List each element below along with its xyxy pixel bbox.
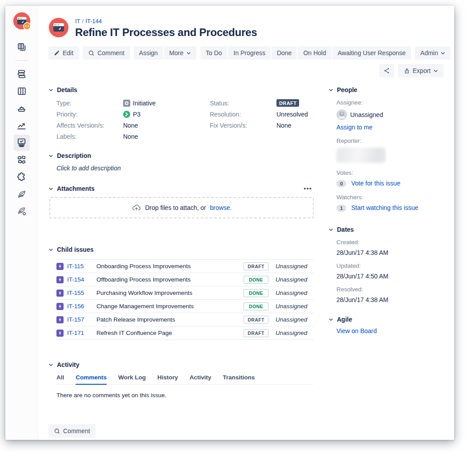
sidebar-item-projects[interactable] — [14, 39, 30, 55]
description-collapse-chevron[interactable] — [48, 153, 53, 158]
status-value: DRAFT — [276, 99, 314, 107]
workflow-todo-button[interactable]: To Do — [200, 46, 228, 60]
priority-value-text: P3 — [133, 111, 140, 118]
child-issue-row[interactable]: IT-171 Refresh IT Confluence Page DRAFT … — [56, 326, 314, 340]
tab-all[interactable]: All — [56, 374, 64, 384]
issue-key-link[interactable]: IT-157 — [67, 316, 90, 323]
issue-summary: Purchasing Workflow Improvements — [96, 290, 244, 296]
issue-key-link[interactable]: IT-156 — [67, 303, 90, 310]
child-issues-heading: Child issues — [57, 246, 93, 253]
browse-link[interactable]: browse. — [210, 204, 232, 211]
comment-button[interactable]: Comment — [83, 46, 130, 60]
resolution-label: Resolution: — [210, 111, 276, 118]
issue-key-link[interactable]: IT-154 — [67, 276, 90, 283]
watch-link[interactable]: Start watching this issue — [351, 204, 418, 211]
view-on-board-link[interactable]: View on Board — [336, 327, 377, 334]
issue-assignee: Unassigned — [276, 276, 314, 283]
workflow-onhold-button[interactable]: On Hold — [298, 46, 331, 60]
child-issue-row[interactable]: IT-154 Offboarding Process Improvements … — [56, 273, 314, 286]
bottom-comment-button[interactable]: Comment — [48, 424, 96, 438]
people-collapse-chevron[interactable] — [328, 88, 333, 93]
child-issues-collapse-chevron[interactable] — [48, 247, 53, 252]
workflow-todo-label: To Do — [206, 49, 222, 56]
chevron-down-icon — [433, 68, 438, 73]
breadcrumb-project-link[interactable]: IT — [75, 18, 80, 24]
votes-count-badge: 0 — [336, 180, 346, 187]
sidebar-item-reports[interactable] — [14, 117, 30, 133]
workflow-done-button[interactable]: Done — [272, 46, 297, 60]
sidebar-item-backlog[interactable] — [14, 66, 30, 82]
attachments-collapse-chevron[interactable] — [48, 186, 53, 191]
updated-field: Updated: 28/Jun/17 4:50 AM — [336, 262, 444, 280]
affects-version-label: Affects Version/s: — [56, 122, 123, 129]
priority-label: Priority: — [56, 111, 123, 118]
attachments-section: Attachments ••• Drop files to attach, or… — [48, 185, 314, 218]
breadcrumb-issue-link[interactable]: IT-144 — [85, 18, 102, 24]
sidebar-item-board[interactable] — [14, 83, 30, 99]
child-issue-row[interactable]: IT-156 Change Management Improvements DO… — [56, 300, 314, 313]
comment-button-label: Comment — [97, 49, 124, 56]
tab-history[interactable]: History — [157, 374, 178, 384]
issue-assignee: Unassigned — [276, 330, 314, 336]
tab-activity[interactable]: Activity — [190, 374, 212, 384]
details-collapse-chevron[interactable] — [48, 88, 53, 93]
attachments-menu-button[interactable]: ••• — [302, 185, 314, 192]
initiative-type-icon — [123, 100, 130, 107]
votes-label: Votes: — [336, 169, 444, 176]
issue-assignee: Unassigned — [276, 316, 314, 323]
child-issue-row[interactable]: IT-155 Purchasing Workflow Improvements … — [56, 286, 314, 300]
issue-assignee: Unassigned — [276, 303, 314, 310]
workflow-inprogress-label: In Progress — [233, 49, 265, 56]
app-logo[interactable] — [12, 12, 31, 30]
tab-transitions[interactable]: Transitions — [223, 374, 255, 384]
issue-status-badge: DONE — [244, 289, 268, 297]
export-button[interactable]: Export — [398, 64, 444, 77]
issue-status-badge: DONE — [244, 302, 268, 310]
attachments-dropzone[interactable]: Drop files to attach, or browse. — [49, 197, 314, 218]
tab-comments[interactable]: Comments — [76, 374, 107, 385]
description-placeholder[interactable]: Click to add description — [56, 165, 314, 172]
workflow-inprogress-button[interactable]: In Progress — [228, 46, 271, 60]
epic-icon — [56, 316, 64, 323]
issue-summary: Patch Release Improvements — [96, 316, 244, 323]
reporter-label: Reporter: — [336, 137, 444, 144]
activity-heading: Activity — [57, 361, 80, 368]
tab-worklog[interactable]: Work Log — [118, 374, 146, 384]
issue-assignee: Unassigned — [276, 263, 314, 270]
dates-collapse-chevron[interactable] — [328, 227, 333, 232]
issue-status-badge: DRAFT — [244, 316, 268, 324]
child-issue-row[interactable]: IT-115 Onboarding Process Improvements D… — [56, 260, 314, 273]
assign-to-me-link[interactable]: Assign to me — [336, 124, 372, 131]
sidebar-item-components[interactable] — [14, 152, 30, 168]
releases-icon — [16, 103, 27, 113]
share-button[interactable] — [379, 64, 394, 77]
sidebar-item-feather-settings[interactable] — [14, 203, 30, 219]
child-issue-row[interactable]: IT-157 Patch Release Improvements DRAFT … — [56, 313, 314, 326]
assignee-value: Unassigned — [350, 111, 383, 118]
sidebar-item-releases[interactable] — [14, 101, 30, 117]
details-section: Details Type: Initiative Status: — [48, 86, 314, 140]
workflow-awaiting-button[interactable]: Awaiting User Response — [332, 46, 411, 60]
sidebar-item-addons[interactable] — [14, 169, 30, 185]
sidebar-item-feather[interactable] — [14, 186, 30, 202]
epic-icon — [56, 330, 64, 337]
reports-icon — [16, 121, 27, 131]
edit-button[interactable]: Edit — [48, 46, 79, 60]
chevron-down-icon — [328, 227, 333, 232]
vote-link[interactable]: Vote for this issue — [351, 180, 400, 187]
issue-status-badge: DRAFT — [244, 329, 268, 337]
more-button[interactable]: More — [164, 46, 196, 60]
issue-key-link[interactable]: IT-155 — [67, 290, 90, 296]
issue-toolbar: Edit Comment Assign More — [48, 46, 444, 60]
assign-button[interactable]: Assign — [134, 46, 163, 60]
type-value: Initiative — [123, 100, 210, 107]
activity-collapse-chevron[interactable] — [48, 362, 53, 367]
watchers-label: Watchers: — [336, 194, 444, 201]
issue-key-link[interactable]: IT-115 — [67, 263, 90, 270]
issue-status-badge: DRAFT — [244, 262, 268, 270]
sidebar-item-issues[interactable] — [14, 135, 30, 151]
admin-button[interactable]: Admin — [415, 46, 451, 60]
agile-collapse-chevron[interactable] — [328, 317, 333, 322]
issue-key-link[interactable]: IT-171 — [67, 330, 90, 336]
pencil-icon — [54, 50, 60, 56]
